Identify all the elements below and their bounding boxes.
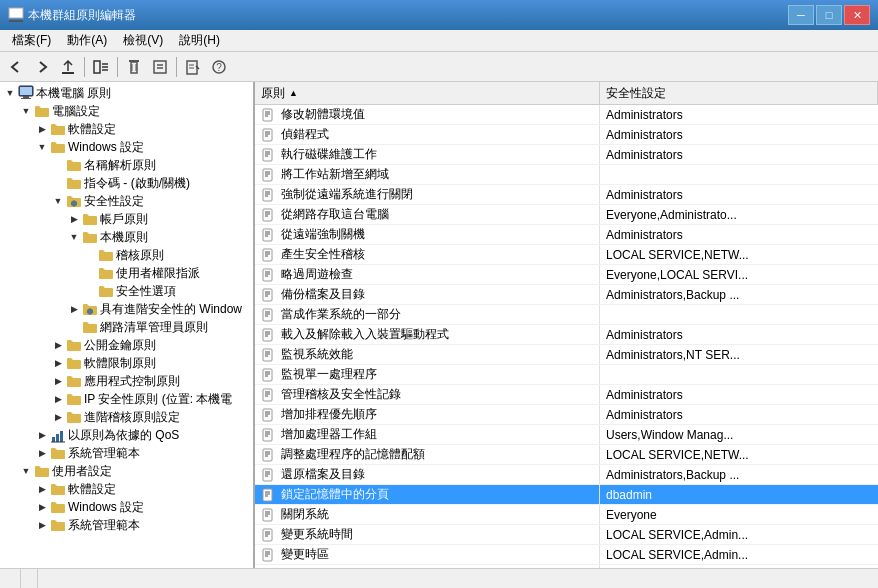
tree-toggle-qos[interactable]: ▶ bbox=[34, 427, 50, 443]
minimize-button[interactable]: ─ bbox=[788, 5, 814, 25]
tree-toggle-user-sw[interactable]: ▶ bbox=[34, 481, 50, 497]
tree-toggle-windows[interactable]: ▼ bbox=[34, 139, 50, 155]
svg-rect-68 bbox=[263, 309, 272, 321]
tree-item-qos[interactable]: ▶ 以原則為依據的 QoS bbox=[2, 426, 251, 444]
left-pane[interactable]: ▼ 本機電腦 原則 ▼ 電腦設定 ▶ bbox=[0, 82, 255, 568]
tree-item-local-policy[interactable]: ▼ 本機原則 bbox=[2, 228, 251, 246]
tree-item-root[interactable]: ▼ 本機電腦 原則 bbox=[2, 84, 251, 102]
delete-button[interactable] bbox=[122, 55, 146, 79]
tree-item-scripts[interactable]: ▶ 指令碼 - (啟動/關機) bbox=[2, 174, 251, 192]
tree-item-security-settings[interactable]: ▼ 安全性設定 bbox=[2, 192, 251, 210]
table-row[interactable]: 還原檔案及目錄Administrators,Backup ... bbox=[255, 465, 878, 485]
table-row[interactable]: 調整處理程序的記憶體配額LOCAL SERVICE,NETW... bbox=[255, 445, 878, 465]
export-list-button[interactable] bbox=[181, 55, 205, 79]
tree-toggle-pubkey[interactable]: ▶ bbox=[50, 337, 66, 353]
policy-icon bbox=[261, 307, 277, 323]
table-row[interactable]: 變更時區LOCAL SERVICE,Admin... bbox=[255, 545, 878, 565]
help-button[interactable]: ? bbox=[207, 55, 231, 79]
tree-item-software-settings[interactable]: ▶ 軟體設定 bbox=[2, 120, 251, 138]
tree-toggle-user-admin-tmpl[interactable]: ▶ bbox=[34, 517, 50, 533]
properties-button[interactable] bbox=[148, 55, 172, 79]
tree-toggle-admin-tmpl-comp[interactable]: ▶ bbox=[34, 445, 50, 461]
svg-rect-116 bbox=[263, 549, 272, 561]
tree-toggle-root[interactable]: ▼ bbox=[2, 85, 18, 101]
table-row[interactable]: 管理稽核及安全性記錄Administrators bbox=[255, 385, 878, 405]
table-row[interactable]: 監視單一處理程序 bbox=[255, 365, 878, 385]
tree-item-account-policy[interactable]: ▶ 帳戶原則 bbox=[2, 210, 251, 228]
tree-toggle-security[interactable]: ▼ bbox=[50, 193, 66, 209]
table-row[interactable]: 讓電腦及使用者帳戶受信賴，以進行委派 bbox=[255, 565, 878, 568]
table-row[interactable]: 從遠端強制關機Administrators bbox=[255, 225, 878, 245]
cell-policy: 鎖定記憶體中的分頁 bbox=[255, 485, 600, 504]
cell-security: Administrators bbox=[600, 385, 878, 404]
menu-file[interactable]: 檔案(F) bbox=[4, 30, 59, 51]
table-row[interactable]: 變更系統時間LOCAL SERVICE,Admin... bbox=[255, 525, 878, 545]
tree-toggle-local[interactable]: ▼ bbox=[66, 229, 82, 245]
tree-item-user-settings[interactable]: ▼ 使用者設定 bbox=[2, 462, 251, 480]
tree-toggle-adv-security[interactable]: ▶ bbox=[66, 301, 82, 317]
tree-item-software-restrict[interactable]: ▶ 軟體限制原則 bbox=[2, 354, 251, 372]
table-row[interactable]: 鎖定記憶體中的分頁dbadmin bbox=[255, 485, 878, 505]
table-row[interactable]: 關閉系統Everyone bbox=[255, 505, 878, 525]
table-row[interactable]: 從網路存取這台電腦Everyone,Administrato... bbox=[255, 205, 878, 225]
tree-toggle-adv-audit[interactable]: ▶ bbox=[50, 409, 66, 425]
maximize-button[interactable]: □ bbox=[816, 5, 842, 25]
tree-toggle-software[interactable]: ▶ bbox=[34, 121, 50, 137]
tree-item-adv-audit[interactable]: ▶ 進階稽核原則設定 bbox=[2, 408, 251, 426]
table-row[interactable]: 產生安全性稽核LOCAL SERVICE,NETW... bbox=[255, 245, 878, 265]
tree-toggle-computer[interactable]: ▼ bbox=[18, 103, 34, 119]
menu-help[interactable]: 說明(H) bbox=[171, 30, 228, 51]
up-button[interactable] bbox=[56, 55, 80, 79]
table-row[interactable]: 修改韌體環境值Administrators bbox=[255, 105, 878, 125]
close-button[interactable]: ✕ bbox=[844, 5, 870, 25]
tree-item-app-control[interactable]: ▶ 應用程式控制原則 bbox=[2, 372, 251, 390]
table-row[interactable]: 將工作站新增至網域 bbox=[255, 165, 878, 185]
tree-item-ip-security[interactable]: ▶ IP 安全性原則 (位置: 本機電 bbox=[2, 390, 251, 408]
cell-security bbox=[600, 565, 878, 568]
svg-rect-32 bbox=[263, 129, 272, 141]
forward-button[interactable] bbox=[30, 55, 54, 79]
menu-view[interactable]: 檢視(V) bbox=[115, 30, 171, 51]
tree-toggle-ip-sec[interactable]: ▶ bbox=[50, 391, 66, 407]
tree-item-public-key[interactable]: ▶ 公開金鑰原則 bbox=[2, 336, 251, 354]
table-row[interactable]: 備份檔案及目錄Administrators,Backup ... bbox=[255, 285, 878, 305]
tree-item-security-options[interactable]: ▶ 安全性選項 bbox=[2, 282, 251, 300]
table-row[interactable]: 增加處理器工作組Users,Window Manag... bbox=[255, 425, 878, 445]
folder-icon-13 bbox=[66, 355, 82, 371]
tree-item-user-rights[interactable]: ▶ 使用者權限指派 bbox=[2, 264, 251, 282]
table-row[interactable]: 略過周遊檢查Everyone,LOCAL SERVI... bbox=[255, 265, 878, 285]
tree-item-network-list[interactable]: ▶ 網路清單管理員原則 bbox=[2, 318, 251, 336]
table-row[interactable]: 增加排程優先順序Administrators bbox=[255, 405, 878, 425]
list-header: 原則 ▲ 安全性設定 bbox=[255, 82, 878, 105]
tree-toggle-user-settings[interactable]: ▼ bbox=[18, 463, 34, 479]
table-row[interactable]: 強制從遠端系統進行關閉Administrators bbox=[255, 185, 878, 205]
tree-item-user-win-settings[interactable]: ▶ Windows 設定 bbox=[2, 498, 251, 516]
tree-item-user-sw-settings[interactable]: ▶ 軟體設定 bbox=[2, 480, 251, 498]
tree-item-admin-template-comp[interactable]: ▶ 系統管理範本 bbox=[2, 444, 251, 462]
table-row[interactable]: 執行磁碟維護工作Administrators bbox=[255, 145, 878, 165]
menu-action[interactable]: 動作(A) bbox=[59, 30, 115, 51]
show-hide-tree-button[interactable] bbox=[89, 55, 113, 79]
table-row[interactable]: 載入及解除載入入裝置驅動程式Administrators bbox=[255, 325, 878, 345]
tree-item-audit-policy[interactable]: ▶ 稽核原則 bbox=[2, 246, 251, 264]
tree-item-name-resolution[interactable]: ▶ 名稱解析原則 bbox=[2, 156, 251, 174]
tree-toggle-user-win[interactable]: ▶ bbox=[34, 499, 50, 515]
tree-item-windows-settings[interactable]: ▼ Windows 設定 bbox=[2, 138, 251, 156]
col-header-policy[interactable]: 原則 ▲ bbox=[255, 82, 600, 104]
tree-label-adv-security: 具有進階安全性的 Window bbox=[100, 301, 242, 318]
tree-item-user-admin-template[interactable]: ▶ 系統管理範本 bbox=[2, 516, 251, 534]
col-header-security[interactable]: 安全性設定 bbox=[600, 82, 878, 104]
table-row[interactable]: 監視系統效能Administrators,NT SER... bbox=[255, 345, 878, 365]
tree-item-computer-settings[interactable]: ▼ 電腦設定 bbox=[2, 102, 251, 120]
table-row[interactable]: 當成作業系統的一部分 bbox=[255, 305, 878, 325]
tree-toggle-sw-restrict[interactable]: ▶ bbox=[50, 355, 66, 371]
svg-rect-92 bbox=[263, 429, 272, 441]
right-pane[interactable]: 原則 ▲ 安全性設定 修改韌體環境值Administrators 偵錯程式Adm… bbox=[255, 82, 878, 568]
cell-policy: 偵錯程式 bbox=[255, 125, 600, 144]
table-row[interactable]: 偵錯程式Administrators bbox=[255, 125, 878, 145]
app-icon bbox=[8, 7, 24, 23]
tree-item-advanced-security[interactable]: ▶ 具有進階安全性的 Window bbox=[2, 300, 251, 318]
tree-toggle-app-ctrl[interactable]: ▶ bbox=[50, 373, 66, 389]
tree-toggle-account[interactable]: ▶ bbox=[66, 211, 82, 227]
back-button[interactable] bbox=[4, 55, 28, 79]
